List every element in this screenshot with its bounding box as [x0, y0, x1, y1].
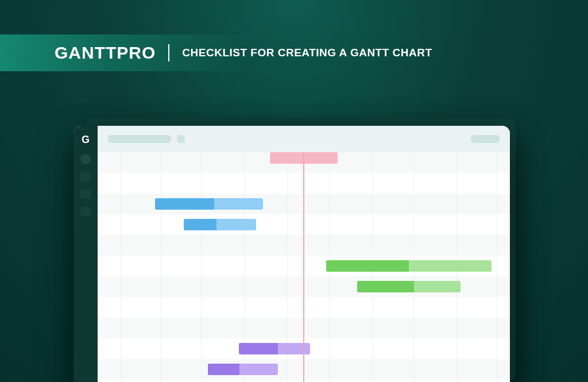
toolbar-title-placeholder — [108, 135, 171, 143]
grid-line — [497, 152, 497, 382]
today-marker — [303, 152, 304, 382]
app-window-stack: G — [74, 118, 516, 382]
gantt-bar[interactable] — [326, 260, 492, 272]
sidebar-nav-item[interactable] — [80, 190, 91, 199]
app-window: G — [74, 126, 510, 382]
page-headline: CHECKLIST FOR CREATING A GANTT CHART — [182, 47, 432, 59]
brand-logo: GANTTPRO — [55, 43, 156, 63]
header-divider — [168, 44, 169, 61]
gantt-bar[interactable] — [208, 364, 278, 375]
grid-line — [161, 152, 161, 382]
header-band: GANTTPRO CHECKLIST FOR CREATING A GANTT … — [0, 34, 442, 71]
gantt-chart-area[interactable] — [98, 152, 510, 382]
main-panel — [98, 126, 510, 382]
sidebar-nav-item[interactable] — [80, 172, 91, 182]
gantt-bar[interactable] — [239, 343, 310, 354]
gantt-bar-progress — [155, 198, 214, 210]
gantt-bar-progress — [208, 364, 239, 375]
grid-line — [121, 152, 121, 382]
toolbar-button-placeholder[interactable] — [177, 135, 185, 143]
toolbar-action-placeholder[interactable] — [471, 135, 500, 143]
sidebar: G — [74, 126, 98, 382]
toolbar — [98, 126, 510, 152]
sidebar-logo-icon: G — [82, 134, 90, 146]
gantt-bar[interactable] — [155, 198, 263, 210]
gantt-bar-progress — [239, 343, 278, 354]
brand-logo-text: GANTTPRO — [55, 43, 156, 63]
sidebar-avatar-icon[interactable] — [80, 154, 91, 164]
gantt-bar[interactable] — [184, 219, 256, 230]
gantt-bar-progress — [326, 260, 409, 272]
grid-line — [201, 152, 202, 382]
gantt-bar-progress — [357, 281, 414, 292]
gantt-bar-progress — [184, 219, 216, 230]
sidebar-nav-item[interactable] — [80, 207, 91, 216]
gantt-bar[interactable] — [357, 281, 461, 292]
